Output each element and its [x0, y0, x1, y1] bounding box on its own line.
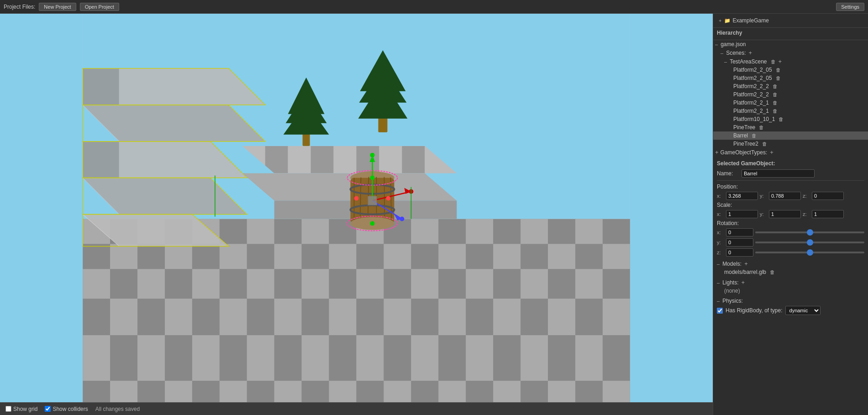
item-delete-pinetree2[interactable]: 🗑 [762, 141, 767, 147]
svg-rect-9 [220, 219, 247, 244]
test-area-scene-item[interactable]: – TestAreaScene 🗑 + [713, 57, 868, 66]
hierarchy-section: Hierarchy [713, 28, 868, 40]
lights-add-icon[interactable]: + [741, 279, 745, 286]
svg-point-184 [386, 196, 390, 201]
scale-z-input[interactable] [812, 210, 844, 218]
go-types-expand-icon[interactable]: + [715, 149, 719, 156]
show-grid-checkbox[interactable] [5, 406, 11, 412]
svg-rect-61 [548, 269, 575, 299]
pos-z-input[interactable] [812, 192, 844, 200]
scenes-item[interactable]: – Scenes: + [713, 48, 868, 57]
svg-rect-66 [137, 299, 165, 335]
rot-y-input[interactable] [726, 238, 753, 247]
svg-rect-27 [165, 244, 192, 269]
hierarchy-tree[interactable]: – game.json – Scenes: + – TestAreaScene … [713, 40, 868, 157]
new-project-button[interactable]: New Project [39, 3, 76, 11]
item-delete-2[interactable]: 🗑 [773, 84, 778, 89]
item-delete-1[interactable]: 🗑 [776, 75, 781, 81]
physics-type-select[interactable]: dynamic static kinematic [785, 306, 821, 315]
svg-rect-39 [493, 244, 521, 269]
item-label-pinetree: PineTree [733, 124, 755, 131]
gameobject-types-item[interactable]: + GameObjectTypes: + [713, 148, 868, 157]
svg-rect-145 [357, 146, 379, 173]
rigid-body-row: Has RigidBody, of type: dynamic static k… [717, 306, 864, 315]
svg-rect-68 [192, 299, 220, 335]
svg-rect-30 [247, 244, 274, 269]
scale-x-label: x: [717, 211, 724, 217]
name-input[interactable] [742, 169, 815, 178]
svg-rect-26 [137, 244, 165, 269]
model-delete-icon[interactable]: 🗑 [770, 269, 775, 275]
expand-icon[interactable]: + [719, 18, 721, 23]
viewport[interactable]: Show grid Show colliders All changes sav… [0, 14, 713, 415]
rotation-label-row: Rotation: [717, 220, 864, 226]
item-delete-4[interactable]: 🗑 [773, 100, 778, 105]
pos-z-label: z: [803, 193, 810, 199]
hierarchy-item-1[interactable]: Platform2_2_05 🗑 [713, 74, 868, 82]
hierarchy-item-pinetree[interactable]: PineTree 🗑 [713, 123, 868, 131]
models-add-icon[interactable]: + [744, 260, 748, 267]
hierarchy-item-3[interactable]: Platform2_2_2 🗑 [713, 90, 868, 99]
svg-rect-182 [368, 196, 377, 205]
svg-rect-24 [83, 244, 110, 269]
project-files-label: Project Files: [4, 4, 35, 10]
item-delete-0[interactable]: 🗑 [776, 67, 781, 73]
lights-value-row: (none) [717, 288, 864, 294]
rot-z-input[interactable] [726, 248, 753, 257]
project-folder-label: ExampleGame [732, 17, 768, 24]
svg-rect-48 [192, 269, 220, 299]
go-types-add-icon[interactable]: + [770, 149, 773, 156]
scenes-add-icon[interactable]: + [748, 49, 752, 56]
hierarchy-item-5[interactable]: Platform2_2_1 🗑 [713, 107, 868, 115]
svg-rect-95 [384, 335, 411, 381]
item-delete-barrel[interactable]: 🗑 [752, 133, 757, 138]
hierarchy-item-4[interactable]: Platform2_2_1 🗑 [713, 99, 868, 107]
hierarchy-item-pinetree2[interactable]: PineTree2 🗑 [713, 140, 868, 148]
project-files-row: + 📁 ExampleGame [717, 16, 864, 25]
rot-y-label: y: [717, 240, 724, 245]
svg-rect-52 [302, 269, 329, 299]
svg-rect-17 [438, 219, 466, 244]
svg-marker-137 [242, 173, 457, 201]
svg-rect-142 [288, 146, 311, 173]
settings-button[interactable]: Settings [836, 3, 864, 11]
rot-y-slider[interactable] [755, 242, 864, 243]
scale-y-input[interactable] [769, 210, 801, 218]
item-delete-5[interactable]: 🗑 [773, 108, 778, 114]
svg-rect-31 [274, 244, 302, 269]
svg-rect-20 [521, 219, 548, 244]
rot-z-slider[interactable] [755, 252, 864, 253]
rot-x-input[interactable] [726, 228, 753, 236]
svg-rect-75 [384, 299, 411, 335]
hierarchy-item-6[interactable]: Platform10_10_1 🗑 [713, 115, 868, 123]
pos-x-input[interactable] [726, 192, 758, 200]
show-colliders-label[interactable]: Show colliders [45, 406, 88, 412]
hierarchy-item-barrel[interactable]: Barrel 🗑 [713, 131, 868, 140]
hierarchy-item-2[interactable]: Platform2_2_2 🗑 [713, 82, 868, 90]
item-delete-3[interactable]: 🗑 [773, 92, 778, 97]
scene-delete-icon[interactable]: 🗑 [771, 59, 776, 64]
open-project-button[interactable]: Open Project [80, 3, 119, 11]
rot-x-slider[interactable] [755, 231, 864, 233]
show-colliders-checkbox[interactable] [45, 406, 51, 412]
game-json-item[interactable]: – game.json [713, 40, 868, 48]
go-types-label: GameObjectTypes: [721, 149, 768, 156]
item-delete-pinetree[interactable]: 🗑 [759, 125, 764, 130]
svg-rect-84 [83, 335, 110, 381]
hierarchy-item-0[interactable]: Platform2_2_05 🗑 [713, 66, 868, 74]
svg-rect-16 [411, 219, 438, 244]
svg-rect-51 [274, 269, 302, 299]
svg-rect-77 [438, 299, 466, 335]
pos-y-input[interactable] [769, 192, 801, 200]
svg-point-179 [370, 153, 374, 158]
scale-x-input[interactable] [726, 210, 758, 218]
rigid-body-checkbox[interactable] [717, 308, 723, 314]
svg-rect-38 [466, 244, 493, 269]
show-grid-label[interactable]: Show grid [5, 406, 37, 412]
svg-rect-81 [548, 299, 575, 335]
item-delete-6[interactable]: 🗑 [779, 116, 784, 122]
scene-canvas [0, 14, 713, 415]
svg-rect-60 [521, 269, 548, 299]
scene-add-icon[interactable]: + [779, 58, 782, 65]
rot-x-row: x: [717, 228, 864, 236]
